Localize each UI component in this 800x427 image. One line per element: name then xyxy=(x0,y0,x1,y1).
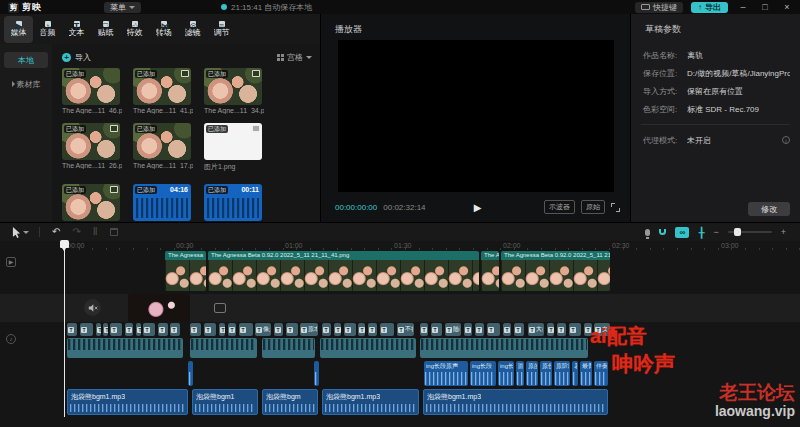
text-clip[interactable]: T xyxy=(514,323,524,336)
tab-媒体[interactable]: ▶媒体 xyxy=(4,16,33,43)
media-item[interactable]: 已添加The Agne...11_26.png xyxy=(62,123,122,169)
rail-item-library[interactable]: 素材库 xyxy=(4,76,48,92)
text-clip[interactable]: T xyxy=(103,323,108,336)
text-clip[interactable]: T xyxy=(158,323,168,336)
menu-button[interactable]: 菜单 xyxy=(104,2,141,13)
text-clip[interactable]: T xyxy=(334,323,341,336)
text-clip[interactable]: T xyxy=(431,323,442,336)
media-item[interactable]: 已添加The Agne...11_34.png xyxy=(204,68,264,114)
media-item[interactable]: 已添加00:11 xyxy=(204,184,264,221)
rail-item-local[interactable]: 本地 xyxy=(4,52,48,68)
undo-button[interactable]: ↶ xyxy=(52,223,60,241)
moan-audio-clip[interactable]: 最青 xyxy=(580,361,592,386)
ai-dub-clip[interactable] xyxy=(420,338,588,358)
media-thumbnail[interactable]: 已添加 xyxy=(133,68,191,105)
bgm-clip[interactable]: 泡袋熊bgm1.mp3 xyxy=(67,389,188,415)
maximize-button[interactable]: □ xyxy=(758,2,772,12)
import-button[interactable]: + 导入 xyxy=(62,52,91,63)
info-icon[interactable]: i xyxy=(782,136,790,144)
moan-audio-clip[interactable]: 暑 xyxy=(572,361,578,386)
text-clip[interactable]: T xyxy=(420,323,428,336)
text-clip[interactable]: T xyxy=(190,323,201,336)
text-clip[interactable]: T xyxy=(239,323,253,336)
main-track-clip[interactable] xyxy=(128,294,190,322)
text-clip[interactable]: T xyxy=(204,323,216,336)
redo-button[interactable]: ↷ xyxy=(72,223,80,241)
ai-dub-clip[interactable] xyxy=(67,338,183,358)
mute-original-sound-button[interactable] xyxy=(84,299,101,316)
tab-滤镜[interactable]: ◎滤镜 xyxy=(178,16,207,43)
media-thumbnail[interactable]: 已添加 xyxy=(204,123,262,160)
media-thumbnail[interactable]: 已添加04:16 xyxy=(133,184,191,221)
select-tool-button[interactable] xyxy=(12,227,29,238)
video-clip[interactable]: The Agnessa Be xyxy=(481,251,499,291)
ai-dub-clip[interactable] xyxy=(262,338,315,358)
tab-贴纸[interactable]: □贴纸 xyxy=(91,16,120,43)
delete-button[interactable] xyxy=(110,228,118,236)
bgm-clip[interactable]: 泡袋熊bgm1 xyxy=(192,389,258,415)
media-item[interactable]: 已添加 xyxy=(62,184,122,221)
record-mic-icon[interactable] xyxy=(645,229,650,236)
text-clip[interactable]: T xyxy=(380,323,394,336)
text-clip[interactable]: T xyxy=(503,323,511,336)
export-button[interactable]: ↑ 导出 xyxy=(691,2,728,13)
text-clip[interactable]: T xyxy=(569,323,581,336)
grid-view-selector[interactable]: 宫格 xyxy=(277,52,312,63)
moan-audio-clip[interactable]: 伴奏.mp3 xyxy=(594,361,608,386)
bgm-clip[interactable]: 泡袋熊bgm xyxy=(262,389,318,415)
zoom-slider-handle[interactable] xyxy=(734,228,741,236)
text-clip[interactable]: T xyxy=(286,323,298,336)
text-clip[interactable]: T xyxy=(344,323,356,336)
playhead-handle[interactable] xyxy=(60,240,69,248)
text-clip[interactable]: T xyxy=(219,323,225,336)
magnet-snap-icon[interactable] xyxy=(659,229,666,235)
text-clip[interactable]: T xyxy=(136,323,141,336)
zoom-in-button[interactable]: + xyxy=(781,227,786,237)
text-clip[interactable]: T原本是 xyxy=(300,323,318,336)
text-clip[interactable]: T不行不 xyxy=(397,323,414,336)
timeline-zoom-slider[interactable] xyxy=(728,231,772,233)
moan-audio-clip[interactable]: 圆 xyxy=(516,361,524,386)
ratio-button[interactable]: 原始 xyxy=(581,200,605,214)
shortcut-button[interactable]: 快捷键 xyxy=(635,2,683,13)
text-clip[interactable]: T xyxy=(228,323,236,336)
link-toggle-icon[interactable]: ∞ xyxy=(675,227,689,238)
media-thumbnail[interactable]: 已添加 xyxy=(62,123,120,160)
moan-audio-clip[interactable] xyxy=(314,361,319,386)
media-item[interactable]: 已添加图片1.png xyxy=(204,123,264,172)
moan-audio-clip[interactable]: 原阶段 xyxy=(554,361,570,386)
play-button[interactable]: ▶ xyxy=(474,202,482,213)
moan-audio-clip[interactable]: ing长段 xyxy=(470,361,496,386)
close-button[interactable]: × xyxy=(780,2,794,12)
tab-特效[interactable]: ☆特效 xyxy=(120,16,149,43)
fullscreen-icon[interactable] xyxy=(611,203,620,212)
split-button[interactable]: Ⅱ xyxy=(93,223,98,241)
video-clip[interactable]: The Agnessa Beta 0.92.0 2022_5_11 21_11_… xyxy=(501,251,610,291)
media-item[interactable]: 已添加04:16 xyxy=(133,184,193,221)
text-clip[interactable]: T xyxy=(125,323,133,336)
tab-转场[interactable]: ⋈转场 xyxy=(149,16,178,43)
text-clip[interactable]: T xyxy=(67,323,77,336)
timeline-ruler[interactable]: 00:0000:3001:0001:3002:0002:3003:00 xyxy=(0,241,800,251)
preview-axis-icon[interactable]: ╂ xyxy=(698,227,704,238)
moan-audio-clip[interactable]: ing长段原声 xyxy=(424,361,468,386)
text-clip[interactable]: T xyxy=(368,323,377,336)
text-clip[interactable]: T xyxy=(464,323,472,336)
ai-dub-clip[interactable] xyxy=(190,338,257,358)
video-preview[interactable] xyxy=(338,40,614,192)
media-thumbnail[interactable]: 已添加 xyxy=(62,68,120,105)
modify-button[interactable]: 修改 xyxy=(748,202,790,216)
text-clip[interactable]: T xyxy=(143,323,155,336)
media-item[interactable]: 已添加The Agne...11_17.png xyxy=(133,123,193,169)
cover-icon[interactable] xyxy=(214,303,226,313)
text-clip[interactable]: T xyxy=(358,323,365,336)
text-clip[interactable]: T xyxy=(322,323,331,336)
video-clip[interactable]: The Agnessa xyxy=(165,251,206,291)
moan-audio-clip[interactable]: 原份 xyxy=(540,361,552,386)
text-clip[interactable]: T xyxy=(96,323,101,336)
zoom-out-button[interactable]: − xyxy=(713,227,718,237)
ai-dub-clip[interactable] xyxy=(320,338,416,358)
bgm-clip[interactable]: 泡袋熊bgm1.mp3 xyxy=(423,389,608,415)
text-clip[interactable]: T像是 xyxy=(255,323,271,336)
text-clip[interactable]: T xyxy=(475,323,484,336)
